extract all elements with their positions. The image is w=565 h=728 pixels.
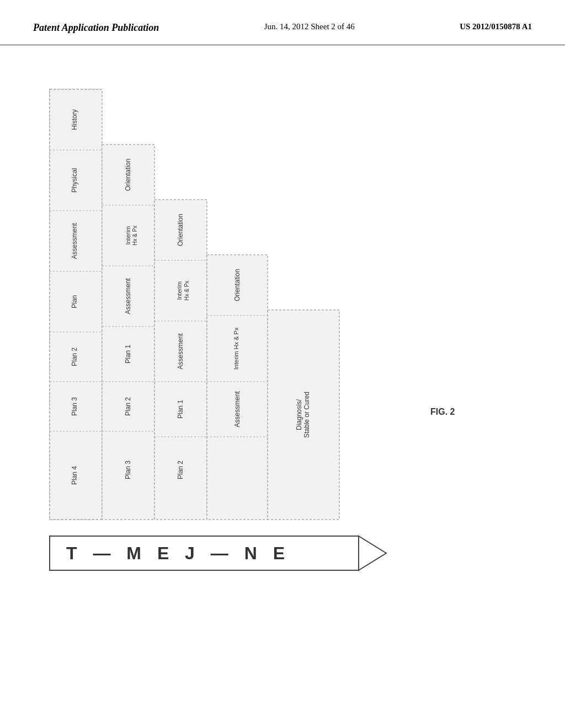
svg-text:T — M E J — N E: T — M E J — N E bbox=[66, 543, 290, 563]
svg-text:Stable or Cured: Stable or Cured bbox=[303, 392, 311, 438]
svg-text:Plan 2: Plan 2 bbox=[124, 397, 132, 416]
svg-text:Interim: Interim bbox=[176, 281, 183, 300]
svg-text:Physical: Physical bbox=[71, 168, 78, 193]
svg-text:Plan: Plan bbox=[71, 295, 78, 308]
svg-text:Orientation: Orientation bbox=[124, 159, 132, 191]
timeline-group: T — M E J — N E bbox=[50, 536, 386, 570]
panel-group-1: History Physical Assessment Plan Plan 2 … bbox=[50, 89, 102, 520]
panel-group-3: Orientation Interim Hx & Px Assessment P… bbox=[154, 200, 207, 520]
svg-text:Hx & Px: Hx & Px bbox=[132, 226, 138, 245]
svg-text:Assessment: Assessment bbox=[177, 333, 184, 370]
svg-text:Interim Hx & Px: Interim Hx & Px bbox=[233, 327, 239, 370]
svg-text:Orientation: Orientation bbox=[233, 269, 241, 302]
patent-number: US 2012/0150878 A1 bbox=[460, 22, 532, 31]
sheet-info: Jun. 14, 2012 Sheet 2 of 46 bbox=[264, 22, 355, 31]
figure-diagram: History History Ph bbox=[33, 73, 530, 652]
svg-text:Orientation: Orientation bbox=[177, 214, 184, 247]
main-content: History History Ph bbox=[0, 45, 565, 676]
svg-text:Plan 1: Plan 1 bbox=[124, 345, 132, 363]
svg-text:Assessment: Assessment bbox=[71, 223, 78, 259]
panel-group-2: Orientation Interim Hx & Px Assessment P… bbox=[102, 144, 154, 520]
svg-text:Diagnosis/: Diagnosis/ bbox=[295, 399, 303, 430]
page-header: Patent Application Publication Jun. 14, … bbox=[0, 0, 565, 45]
svg-text:Plan 3: Plan 3 bbox=[124, 461, 132, 479]
svg-text:Plan 1: Plan 1 bbox=[177, 400, 184, 419]
panel-group-5: Diagnosis/ Stable or Cured bbox=[268, 310, 339, 520]
svg-text:Plan 3: Plan 3 bbox=[71, 397, 78, 416]
panel-group-4: Orientation Interim Hx & Px Assessment bbox=[207, 255, 268, 520]
svg-text:Plan 4: Plan 4 bbox=[71, 466, 78, 485]
svg-text:Assessment: Assessment bbox=[233, 391, 241, 427]
svg-text:Hx & Px: Hx & Px bbox=[184, 281, 190, 301]
svg-text:Plan 2: Plan 2 bbox=[71, 347, 78, 366]
svg-text:Interim: Interim bbox=[125, 226, 131, 245]
publication-title: Patent Application Publication bbox=[33, 22, 159, 34]
fig-label: FIG. 2 bbox=[430, 407, 455, 416]
svg-marker-51 bbox=[359, 536, 386, 570]
svg-text:Plan 2: Plan 2 bbox=[177, 461, 184, 479]
svg-text:History: History bbox=[71, 109, 78, 130]
svg-text:Assessment: Assessment bbox=[124, 278, 132, 314]
